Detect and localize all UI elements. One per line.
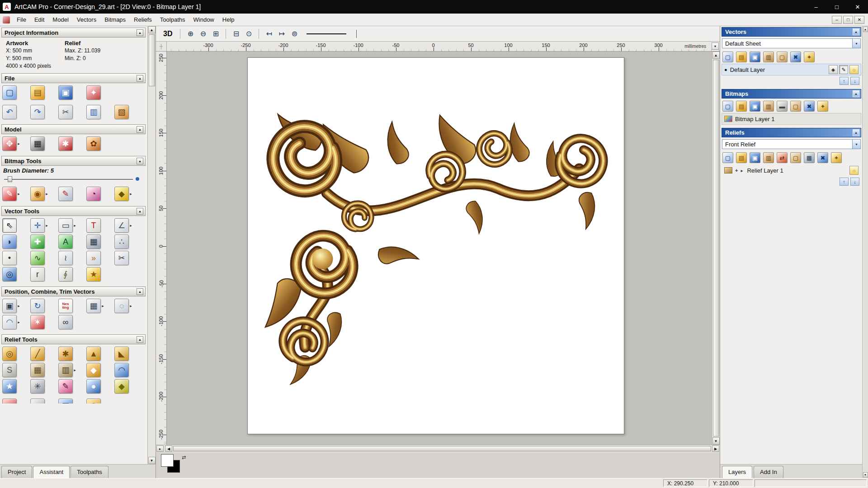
layer-colour-swatch[interactable]: ● xyxy=(724,67,727,72)
scrollbar-thumb[interactable] xyxy=(173,446,711,451)
reduce-colours-icon[interactable]: ◔ xyxy=(86,187,101,201)
flood-fill-icon[interactable]: ◆ xyxy=(114,187,129,201)
select-vectors-icon[interactable]: ⇖ xyxy=(2,218,17,233)
mdi-close-icon[interactable]: ✕ xyxy=(854,16,864,24)
smooth-chisel-icon[interactable]: ╱ xyxy=(30,347,45,361)
paint-relief-icon[interactable]: ✎ xyxy=(58,379,73,394)
delete-bitmap-layer-icon[interactable]: ✖ xyxy=(804,101,815,112)
export-model-icon[interactable]: ✦ xyxy=(86,85,101,100)
brush-diameter-slider[interactable] xyxy=(4,175,139,183)
menu-vectors[interactable]: Vectors xyxy=(73,14,100,25)
scroll-down-icon[interactable]: ▼ xyxy=(148,457,156,464)
circular-copy-icon[interactable]: ◌ xyxy=(114,299,129,313)
paint-selective-icon[interactable]: ◉ xyxy=(30,187,45,201)
horizontal-scrollbar[interactable]: ▸ ◀ ▶ xyxy=(156,445,720,452)
wave-relief-icon[interactable]: ≈ xyxy=(30,399,45,404)
adjust-model-icon[interactable]: ▦ xyxy=(30,136,45,151)
collapse-section-button[interactable]: ▲ xyxy=(137,126,143,133)
mdi-minimize-icon[interactable]: – xyxy=(832,16,842,24)
expand-layer-icon[interactable]: ▸ xyxy=(741,168,744,173)
close-window-icon[interactable]: ✕ xyxy=(847,0,868,14)
align-vectors-icon[interactable]: ▣ xyxy=(2,299,17,313)
open-vector-layer-icon[interactable]: ▤ xyxy=(736,52,747,62)
collapse-section-button[interactable]: ▲ xyxy=(137,288,143,295)
open-bitmap-layer-icon[interactable]: ▤ xyxy=(736,101,747,112)
menu-model[interactable]: Model xyxy=(48,14,72,25)
transform-vectors-icon[interactable]: ✛ xyxy=(30,218,45,233)
menu-file[interactable]: File xyxy=(13,14,30,25)
scroll-down-icon[interactable]: ▼ xyxy=(712,437,720,445)
measure-icon[interactable]: ∠ xyxy=(114,218,129,233)
new-vector-layer-icon[interactable]: ▢ xyxy=(722,52,733,62)
paste-icon[interactable]: ▧ xyxy=(114,105,129,119)
star-relief-icon[interactable]: ★ xyxy=(2,379,17,394)
scrollbar-thumb[interactable] xyxy=(149,34,155,86)
delete-vector-layer-icon[interactable]: ✖ xyxy=(790,52,801,62)
import-bitmap-layer-icon[interactable]: ▥ xyxy=(763,101,774,112)
merge-bitmap-layers-icon[interactable]: ✦ xyxy=(817,101,828,112)
zoom-window-icon[interactable]: ⊞ xyxy=(210,28,222,40)
emboss-relief-icon[interactable]: ◉ xyxy=(86,399,101,404)
save-bitmap-layer-icon[interactable]: ▣ xyxy=(750,101,760,112)
create-dot-icon[interactable]: • xyxy=(2,251,17,265)
copy-bitmap-layer-icon[interactable]: ▢ xyxy=(790,101,801,112)
transfer-relief-icon[interactable]: ⇄ xyxy=(777,152,788,163)
shape-editor-icon[interactable]: ◎ xyxy=(2,347,17,361)
2d-viewport[interactable] xyxy=(167,52,712,445)
zoom-out-icon[interactable]: ⊖ xyxy=(197,28,209,40)
menu-help[interactable]: Help xyxy=(218,14,239,25)
bitmap-layer-row[interactable]: Bitmap Layer 1 xyxy=(722,113,861,125)
model-lighting-icon[interactable]: ✱ xyxy=(58,136,73,151)
collapse-section-button[interactable]: ▲ xyxy=(853,90,859,97)
scroll-down-icon[interactable]: ▼ xyxy=(863,472,868,478)
relief-layer-row[interactable]: + ▸ Relief Layer 1 ☼ xyxy=(722,164,861,176)
menu-reliefs[interactable]: Reliefs xyxy=(130,14,156,25)
cut-icon[interactable]: ✂ xyxy=(58,105,73,119)
primary-colour-swatch[interactable] xyxy=(161,454,174,467)
redo-icon[interactable]: ↷ xyxy=(30,105,45,119)
create-polyline-icon[interactable]: ≀ xyxy=(58,251,73,265)
new-bitmap-layer-icon[interactable]: ▢ xyxy=(722,101,733,112)
open-relief-layer-icon[interactable]: ▤ xyxy=(736,152,747,163)
sculpting-icon[interactable]: ✱ xyxy=(58,347,73,361)
chevron-down-icon[interactable]: ▼ xyxy=(852,39,860,48)
tab-add-in[interactable]: Add In xyxy=(754,466,783,478)
vector-doctor-icon[interactable]: ★ xyxy=(86,267,101,282)
collapse-section-button[interactable]: ▲ xyxy=(853,129,859,136)
line-width-preview[interactable] xyxy=(307,29,352,38)
merge-vector-layers-icon[interactable]: ✦ xyxy=(804,52,815,62)
scroll-up-icon[interactable]: ▲ xyxy=(863,27,868,32)
relief-grid-icon[interactable]: ▦ xyxy=(804,152,815,163)
collapse-section-button[interactable]: ▲ xyxy=(137,336,143,343)
move-layer-up-button[interactable]: ↑ xyxy=(840,178,849,186)
isolate-relief-icon[interactable]: ◣ xyxy=(114,347,129,361)
tab-project[interactable]: Project xyxy=(1,466,32,478)
weave-wizard-icon[interactable]: ▦ xyxy=(30,363,45,377)
chevron-down-icon[interactable]: ▼ xyxy=(852,140,860,149)
import-vector-layer-icon[interactable]: ▥ xyxy=(763,52,774,62)
swap-colours-icon[interactable]: ⇄ xyxy=(182,455,186,460)
slider-handle[interactable] xyxy=(8,176,12,182)
copy-icon[interactable]: ▥ xyxy=(86,105,101,119)
offset-relief-icon[interactable]: ▥ xyxy=(58,363,73,377)
ruler-options-icon[interactable]: ▼ xyxy=(712,42,719,50)
extrude-relief-icon[interactable]: ◆ xyxy=(114,379,129,394)
menu-edit[interactable]: Edit xyxy=(30,14,48,25)
menu-toolpaths[interactable]: Toolpaths xyxy=(156,14,189,25)
zoom-page-icon[interactable]: ⊟ xyxy=(230,28,242,40)
paste-along-curve-icon[interactable]: ∴ xyxy=(114,235,129,249)
distort-vectors-icon[interactable]: ∮ xyxy=(58,267,73,282)
add-relief-layer-icon[interactable]: + xyxy=(735,168,738,173)
edit-model-icon[interactable]: ✿ xyxy=(86,136,101,151)
import-relief-layer-icon[interactable]: ▥ xyxy=(763,152,774,163)
set-model-size-icon[interactable]: ✥ xyxy=(2,136,17,151)
maximize-window-icon[interactable]: □ xyxy=(826,0,847,14)
save-vector-layer-icon[interactable]: ▣ xyxy=(750,52,760,62)
layer-visibility-icon[interactable]: ☼ xyxy=(849,65,859,74)
pan-right-icon[interactable]: ↦ xyxy=(276,28,288,40)
zoom-previous-icon[interactable]: ⊚ xyxy=(288,28,300,40)
collapse-section-button[interactable]: ▲ xyxy=(137,29,143,36)
swirl-relief-icon[interactable]: ✳ xyxy=(30,379,45,394)
menu-bitmaps[interactable]: Bitmaps xyxy=(100,14,130,25)
scroll-up-icon[interactable]: ▲ xyxy=(712,52,720,59)
